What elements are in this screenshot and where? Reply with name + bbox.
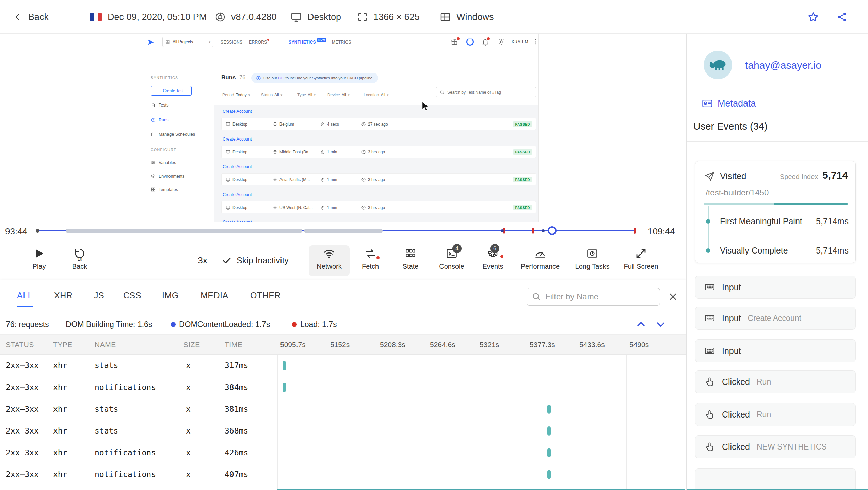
speed-toggle[interactable]: 3x bbox=[189, 241, 216, 280]
request-bar bbox=[547, 426, 551, 436]
input-event-card[interactable]: Input bbox=[695, 339, 856, 362]
current-time: 93:44 bbox=[5, 226, 27, 237]
timer-icon bbox=[320, 122, 325, 127]
back-10s-button[interactable]: 10 Back bbox=[59, 245, 100, 276]
sidebar-item-environments: Environments bbox=[151, 172, 184, 181]
timer-icon bbox=[320, 205, 325, 210]
request-row[interactable]: 2xx–3xxxhr statsx 381ms bbox=[0, 398, 686, 420]
wifi-icon bbox=[323, 247, 335, 260]
search-icon bbox=[440, 90, 445, 95]
click-event-card[interactable]: Clicked NEW SYNTHETICS bbox=[695, 435, 856, 458]
resolution-label: 1366 × 625 bbox=[373, 12, 420, 22]
file-icon bbox=[151, 103, 156, 108]
metadata-button[interactable]: Metadata bbox=[702, 98, 756, 109]
tab-js[interactable]: JS bbox=[94, 291, 104, 306]
request-row[interactable]: 2xx–3xxxhr notificationsx 407ms bbox=[0, 463, 686, 485]
metric-dot bbox=[706, 219, 710, 224]
resolution-icon bbox=[357, 12, 368, 22]
exception-marker bbox=[532, 228, 534, 234]
back-button[interactable]: Back bbox=[13, 0, 49, 34]
click-event-card[interactable]: Clicked Run bbox=[695, 370, 856, 393]
device-type: Desktop bbox=[290, 0, 341, 34]
chevron-left-icon bbox=[13, 12, 23, 22]
close-panel-icon[interactable] bbox=[668, 292, 678, 301]
replay-viewport[interactable]: All Projects ▾ SESSIONS ERRORS SYNTHETIC… bbox=[0, 34, 686, 222]
input-event-card[interactable]: Input Create Account bbox=[695, 307, 856, 330]
tab-other[interactable]: OTHER bbox=[250, 291, 281, 306]
dom-building-time: DOM Building Time: 1.6s bbox=[66, 313, 152, 335]
sidebar-item-tests: Tests bbox=[151, 100, 168, 110]
pin-icon bbox=[273, 205, 277, 210]
time-tick: 5095.7s bbox=[280, 335, 306, 355]
user-sidebar: tahay@asayer.io Metadata User Events (34… bbox=[686, 34, 868, 490]
share-icon[interactable] bbox=[836, 11, 848, 23]
network-table-header: STATUS TYPE NAME SIZE TIME 5095.7s 5152s… bbox=[0, 335, 686, 355]
time-tick: 5152s bbox=[330, 335, 350, 355]
top-bar: Back Dec 09, 2020, 05:10 PM v87.0.4280 D… bbox=[0, 0, 868, 34]
clock-icon bbox=[361, 205, 366, 210]
request-row[interactable]: 2xx–3xxxhr notificationsx 384ms bbox=[0, 376, 686, 398]
tab-xhr[interactable]: XHR bbox=[54, 291, 73, 306]
input-event-card[interactable]: Input bbox=[695, 276, 856, 299]
run-row: Desktop Middle East (Ba... 1 min 3 hrs a… bbox=[221, 146, 536, 158]
long-tasks-icon bbox=[586, 247, 598, 260]
paint-progress-bar bbox=[704, 203, 848, 205]
dcl-dot bbox=[171, 322, 176, 327]
state-panel-button[interactable]: State bbox=[390, 245, 431, 276]
timeline: 93:44 109:44 bbox=[0, 222, 686, 241]
network-panel-button[interactable]: Network bbox=[309, 245, 350, 276]
timeline-track[interactable] bbox=[38, 230, 636, 231]
filter-input[interactable] bbox=[545, 292, 647, 301]
tab-img[interactable]: IMG bbox=[162, 291, 179, 306]
skip-inactivity-toggle[interactable]: Skip Inactivity bbox=[222, 241, 289, 280]
full-screen-button[interactable]: Full Screen bbox=[621, 245, 661, 276]
metric-dot bbox=[706, 248, 710, 253]
create-test-button: +Create Test bbox=[151, 86, 192, 96]
tab-sessions: SESSIONS bbox=[221, 34, 243, 50]
sidebar-item-templates: Templates bbox=[151, 185, 178, 194]
progress-light-segment bbox=[704, 203, 774, 205]
waterfall-scroll-indicator[interactable] bbox=[277, 489, 685, 490]
events-alert-dot bbox=[500, 254, 504, 259]
load-dot bbox=[292, 322, 297, 327]
events-panel-button[interactable]: 6 Events bbox=[472, 245, 513, 276]
sidebar-item-runs: Runs bbox=[151, 115, 168, 125]
beta-badge: NEW bbox=[317, 38, 326, 42]
timeline-start-dot bbox=[36, 229, 39, 233]
recorded-app-screen: All Projects ▾ SESSIONS ERRORS SYNTHETIC… bbox=[142, 34, 539, 222]
tab-media[interactable]: MEDIA bbox=[200, 291, 228, 306]
fetch-panel-button[interactable]: Fetch bbox=[350, 245, 391, 276]
long-tasks-panel-button[interactable]: Long Tasks bbox=[572, 245, 613, 276]
favorite-star-icon[interactable] bbox=[807, 11, 819, 23]
time-tick: 5264.6s bbox=[430, 335, 455, 355]
monitor-icon bbox=[290, 11, 302, 23]
dom-content-loaded: DOMContentLoaded: 1.7s bbox=[171, 313, 270, 335]
request-row[interactable]: 2xx–3xxxhr notificationsx 426ms bbox=[0, 442, 686, 463]
loading-spinner-icon bbox=[466, 38, 474, 46]
console-panel-button[interactable]: 4 Console bbox=[431, 245, 472, 276]
filter-box bbox=[527, 288, 660, 306]
request-row[interactable]: 2xx–3xxxhr statsx 317ms bbox=[0, 355, 686, 376]
layers-icon bbox=[151, 174, 156, 179]
tab-css[interactable]: CSS bbox=[123, 291, 141, 306]
performance-panel-button[interactable]: Performance bbox=[520, 245, 561, 276]
run-group: Create Account Desktop Middle East (Ba..… bbox=[221, 137, 536, 142]
jump-next-icon[interactable] bbox=[655, 319, 666, 330]
play-button[interactable]: Play bbox=[19, 245, 60, 276]
click-event-card[interactable]: Clicked Run bbox=[695, 403, 856, 426]
partial-event-card[interactable] bbox=[695, 468, 856, 490]
request-row[interactable]: 2xx–3xxxhr statsx 368ms bbox=[0, 420, 686, 442]
sidebar-item-manage-schedules: Manage Schedules bbox=[151, 130, 195, 139]
pin-icon bbox=[273, 150, 277, 154]
visited-event-card[interactable]: Visited Speed Index 5,714 /test-builder/… bbox=[695, 161, 856, 263]
run-row: Desktop Belgium 4 secs 27 sec ago PASSED bbox=[221, 118, 536, 130]
network-stats-bar: 76: requests DOM Building Time: 1.6s DOM… bbox=[0, 313, 686, 335]
play-icon bbox=[33, 247, 45, 260]
tab-all[interactable]: ALL bbox=[17, 291, 33, 307]
monitor-icon bbox=[226, 177, 230, 182]
request-bar bbox=[547, 448, 551, 457]
jump-prev-icon[interactable] bbox=[636, 319, 646, 330]
clock-icon bbox=[361, 122, 366, 127]
playhead[interactable] bbox=[548, 226, 557, 235]
errors-alert-dot bbox=[267, 39, 269, 41]
